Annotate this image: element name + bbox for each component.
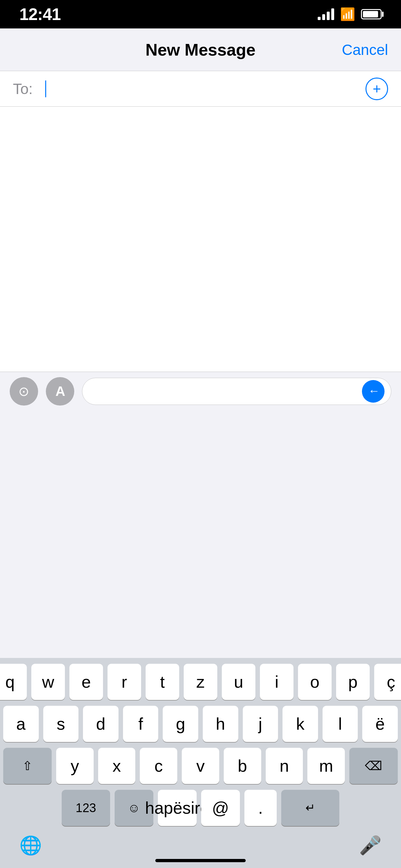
key-i[interactable]: i bbox=[260, 664, 294, 700]
send-arrow-icon: ↑ bbox=[366, 389, 380, 394]
nav-title: New Message bbox=[145, 40, 256, 59]
key-r[interactable]: r bbox=[107, 664, 141, 700]
key-a[interactable]: a bbox=[3, 706, 39, 742]
keyboard-row-4: 123 ☺ hapësirë @ . ↵ bbox=[3, 790, 398, 826]
camera-button[interactable]: ⊙ bbox=[10, 377, 38, 406]
add-contact-button[interactable]: + bbox=[366, 78, 388, 100]
key-h[interactable]: h bbox=[203, 706, 238, 742]
send-button[interactable]: ↑ bbox=[362, 380, 385, 403]
key-edieresis[interactable]: ë bbox=[362, 706, 398, 742]
message-input-row: ↑ bbox=[82, 378, 391, 405]
status-icons: 📶 bbox=[318, 7, 381, 21]
camera-icon: ⊙ bbox=[19, 384, 29, 399]
keyboard: q w e r t z u i o p ç a s d f g h j k l … bbox=[0, 658, 401, 868]
message-body-area[interactable] bbox=[0, 106, 401, 372]
text-cursor bbox=[45, 81, 46, 97]
signal-bars-icon bbox=[318, 8, 334, 20]
keyboard-row-1: q w e r t z u i o p ç bbox=[3, 664, 398, 700]
key-e[interactable]: e bbox=[69, 664, 103, 700]
plus-icon: + bbox=[373, 81, 381, 97]
key-g[interactable]: g bbox=[163, 706, 198, 742]
period-key[interactable]: . bbox=[244, 790, 277, 826]
return-icon: ↵ bbox=[305, 801, 315, 815]
key-ccedilla[interactable]: ç bbox=[374, 664, 401, 700]
delete-key[interactable]: ⌫ bbox=[349, 748, 398, 784]
key-v[interactable]: v bbox=[182, 748, 219, 784]
delete-icon: ⌫ bbox=[365, 759, 382, 773]
key-k[interactable]: k bbox=[282, 706, 318, 742]
status-bar: 12:41 📶 bbox=[0, 0, 401, 28]
key-w[interactable]: w bbox=[31, 664, 65, 700]
message-toolbar: ⊙ A ↑ bbox=[0, 372, 401, 410]
key-m[interactable]: m bbox=[307, 748, 345, 784]
keyboard-rows: q w e r t z u i o p ç a s d f g h j k l … bbox=[0, 658, 401, 829]
key-t[interactable]: t bbox=[145, 664, 179, 700]
to-label: To: bbox=[13, 80, 39, 98]
globe-icon[interactable]: 🌐 bbox=[20, 835, 42, 856]
microphone-icon[interactable]: 🎤 bbox=[359, 835, 381, 856]
space-key[interactable]: hapësirë bbox=[158, 790, 197, 826]
key-q[interactable]: q bbox=[0, 664, 27, 700]
to-input-area[interactable] bbox=[45, 81, 359, 97]
status-time: 12:41 bbox=[20, 4, 61, 24]
key-o[interactable]: o bbox=[298, 664, 332, 700]
cancel-button[interactable]: Cancel bbox=[342, 41, 388, 59]
battery-icon bbox=[361, 9, 381, 20]
key-c[interactable]: c bbox=[140, 748, 177, 784]
key-j[interactable]: j bbox=[243, 706, 278, 742]
key-s[interactable]: s bbox=[43, 706, 79, 742]
nav-bar: New Message Cancel bbox=[0, 28, 401, 71]
home-indicator bbox=[155, 859, 246, 862]
return-key[interactable]: ↵ bbox=[281, 790, 339, 826]
emoji-icon: ☺ bbox=[128, 801, 140, 815]
keyboard-row-3: ⇧ y x c v b n m ⌫ bbox=[3, 748, 398, 784]
key-n[interactable]: n bbox=[266, 748, 303, 784]
key-y[interactable]: y bbox=[56, 748, 94, 784]
at-key[interactable]: @ bbox=[201, 790, 240, 826]
shift-key[interactable]: ⇧ bbox=[3, 748, 52, 784]
key-u[interactable]: u bbox=[222, 664, 256, 700]
key-f[interactable]: f bbox=[123, 706, 159, 742]
numbers-key[interactable]: 123 bbox=[62, 790, 110, 826]
keyboard-bottom-bar: 🌐 🎤 bbox=[0, 829, 401, 868]
keyboard-row-2: a s d f g h j k l ë bbox=[3, 706, 398, 742]
shift-icon: ⇧ bbox=[22, 759, 33, 773]
key-x[interactable]: x bbox=[98, 748, 136, 784]
to-field: To: + bbox=[0, 71, 401, 106]
key-z[interactable]: z bbox=[184, 664, 217, 700]
apps-button[interactable]: A bbox=[46, 377, 74, 406]
key-l[interactable]: l bbox=[323, 706, 358, 742]
appstore-icon: A bbox=[56, 383, 65, 399]
key-b[interactable]: b bbox=[224, 748, 261, 784]
key-p[interactable]: p bbox=[336, 664, 370, 700]
wifi-icon: 📶 bbox=[340, 7, 355, 21]
key-d[interactable]: d bbox=[83, 706, 119, 742]
